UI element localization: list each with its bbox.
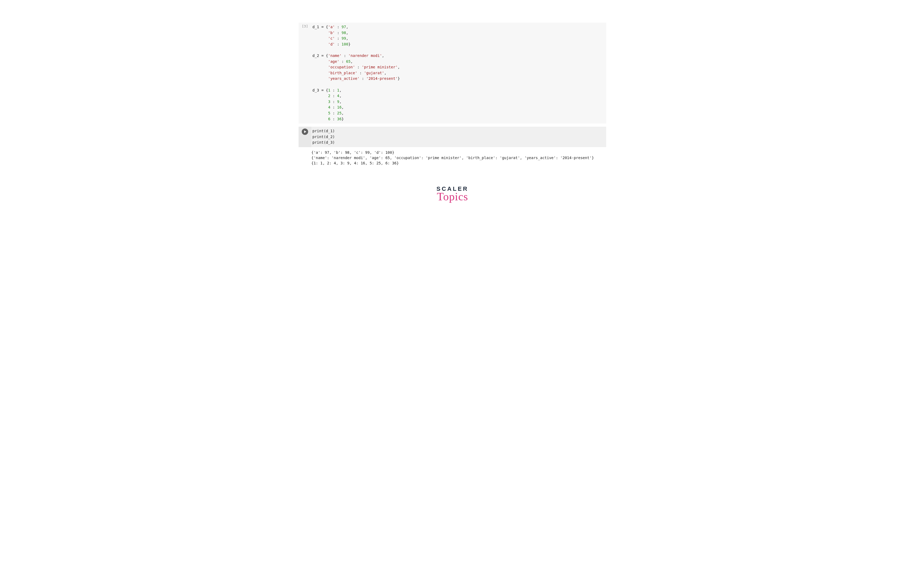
notebook-page: [3] d_1 = {'a' : 97, 'b' : 98, 'c' : 99,… — [270, 0, 635, 219]
brand-logo: SCALER Topics — [270, 185, 635, 203]
cell-output: {'a': 97, 'b': 98, 'c': 99, 'd': 100} {'… — [298, 147, 606, 167]
exec-count: [3] — [302, 24, 308, 28]
code-cell-2[interactable]: print(d_1) print(d_2) print(d_3) — [298, 127, 606, 147]
cell-gutter — [298, 127, 311, 147]
svg-marker-0 — [304, 130, 306, 133]
play-icon — [303, 130, 306, 133]
cell-gutter: [3] — [298, 22, 311, 124]
logo-line-2: Topics — [270, 190, 635, 203]
code-editor-2[interactable]: print(d_1) print(d_2) print(d_3) — [311, 127, 606, 147]
code-cell-1[interactable]: [3] d_1 = {'a' : 97, 'b' : 98, 'c' : 99,… — [298, 22, 606, 124]
run-cell-button[interactable] — [302, 128, 308, 135]
code-editor-1[interactable]: d_1 = {'a' : 97, 'b' : 98, 'c' : 99, 'd'… — [311, 22, 606, 124]
